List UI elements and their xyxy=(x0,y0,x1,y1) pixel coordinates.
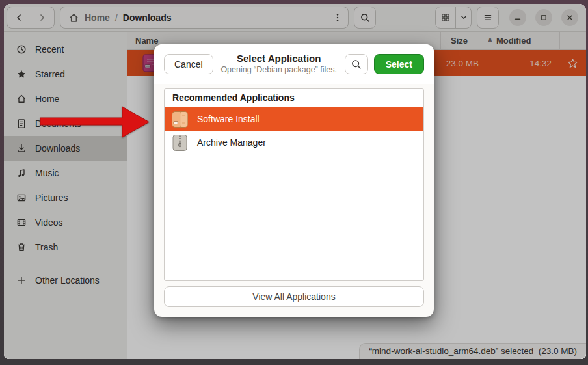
archive-manager-icon xyxy=(171,134,189,152)
view-all-applications-button[interactable]: View All Applications xyxy=(164,286,424,307)
select-application-dialog: Cancel Select Application Opening “Debia… xyxy=(154,44,434,317)
dialog-title-block: Select Application Opening “Debian packa… xyxy=(213,53,345,75)
search-icon xyxy=(351,59,362,70)
section-title: Recommended Applications xyxy=(165,89,423,107)
dialog-header: Cancel Select Application Opening “Debia… xyxy=(154,44,434,84)
select-button[interactable]: Select xyxy=(374,54,424,74)
software-install-icon xyxy=(171,111,189,128)
red-arrow-annotation xyxy=(36,103,156,142)
dialog-subtitle: Opening “Debian package” files. xyxy=(213,65,345,75)
app-name: Software Install xyxy=(197,114,260,124)
app-row-software-install[interactable]: Software Install xyxy=(165,107,423,131)
dialog-search-button[interactable] xyxy=(345,54,368,74)
dialog-title: Select Application xyxy=(213,53,345,65)
app-row-archive-manager[interactable]: Archive Manager xyxy=(165,131,423,154)
cancel-button[interactable]: Cancel xyxy=(164,54,213,74)
application-list: Recommended Applications Software Instal… xyxy=(164,88,424,281)
app-name: Archive Manager xyxy=(197,137,266,148)
